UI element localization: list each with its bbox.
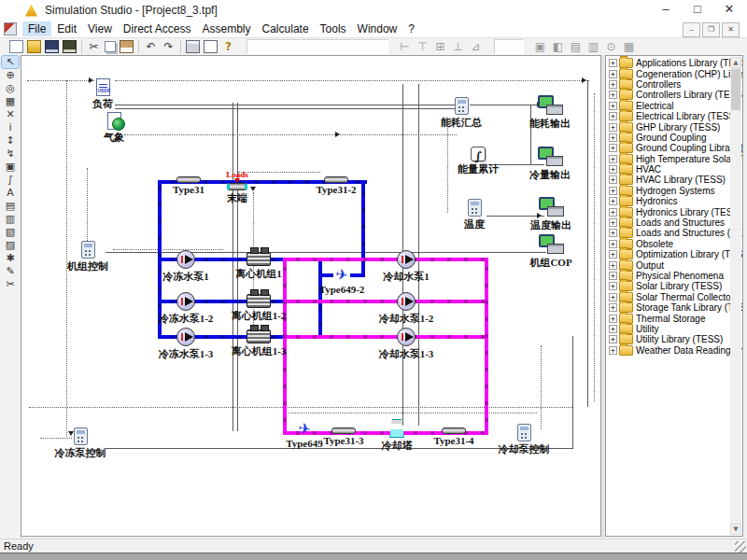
- expand-icon[interactable]: +: [609, 335, 617, 343]
- grid-tool-icon[interactable]: ▦: [2, 95, 19, 107]
- type31-3-icon[interactable]: [331, 427, 356, 434]
- energy-output[interactable]: 能耗输出: [508, 95, 592, 131]
- type31-2[interactable]: Type31-2: [294, 176, 378, 195]
- expand-icon[interactable]: +: [609, 272, 617, 280]
- expand-icon[interactable]: +: [609, 80, 617, 89]
- assembly-canvas[interactable]: 负荷气象Type31Loads末端Type31-2机组控制能耗汇总能耗输出能量累…: [21, 55, 601, 537]
- save-all-icon[interactable]: [63, 40, 77, 53]
- redo-icon[interactable]: ↷: [162, 40, 176, 53]
- chiller-1-icon[interactable]: [247, 252, 271, 266]
- menu-assembly[interactable]: Assembly: [197, 21, 257, 36]
- info-tool-icon[interactable]: i: [2, 121, 19, 133]
- unit-control[interactable]: 机组控制: [46, 241, 130, 273]
- mdi-close-button[interactable]: ✕: [722, 22, 740, 37]
- expand-icon[interactable]: +: [609, 197, 617, 205]
- show-files-icon[interactable]: ▥: [586, 40, 600, 53]
- expand-icon[interactable]: +: [609, 70, 617, 78]
- weather-reader[interactable]: 气象: [72, 112, 156, 145]
- expand-icon[interactable]: +: [609, 250, 617, 259]
- cw-pump-1[interactable]: 冷却水泵1: [364, 250, 448, 284]
- cw-pump-control[interactable]: 冷却泵控制: [482, 424, 566, 456]
- show-info-icon[interactable]: ◧: [551, 40, 565, 53]
- wire-segment[interactable]: [541, 345, 542, 429]
- expand-icon[interactable]: +: [609, 187, 617, 195]
- tree-scrollbar[interactable]: ▲ ▼: [730, 57, 741, 535]
- delete-tool-icon[interactable]: ✕: [2, 108, 19, 120]
- cw-pump-1-icon[interactable]: [397, 250, 416, 269]
- layer-tool-3-icon[interactable]: ▧: [2, 226, 19, 238]
- wire-segment[interactable]: [485, 258, 488, 435]
- temperature-calc[interactable]: 温度: [432, 199, 516, 231]
- load-reader[interactable]: 负荷: [61, 78, 145, 111]
- expand-icon[interactable]: +: [609, 229, 617, 237]
- wire-segment[interactable]: [283, 413, 537, 413]
- expand-icon[interactable]: +: [609, 208, 617, 217]
- wire-segment[interactable]: [29, 407, 572, 408]
- terminal-unit[interactable]: Loads末端: [195, 183, 279, 205]
- undo-icon[interactable]: ↶: [144, 40, 158, 53]
- cut-icon[interactable]: ✂: [87, 40, 101, 53]
- menu-view[interactable]: View: [82, 21, 118, 36]
- expand-icon[interactable]: +: [609, 133, 617, 142]
- pan-tool-icon[interactable]: ⊕: [2, 69, 19, 81]
- mdi-minimize-button[interactable]: –: [683, 22, 700, 37]
- text-tool-icon[interactable]: A: [2, 187, 19, 199]
- menu-calculate[interactable]: Calculate: [257, 21, 315, 36]
- expand-icon[interactable]: +: [609, 175, 617, 184]
- mdi-restore-button[interactable]: ❐: [702, 22, 720, 37]
- menu-edit[interactable]: Edit: [51, 21, 82, 36]
- minimize-button[interactable]: –: [650, 0, 682, 21]
- help-icon[interactable]: ?: [221, 40, 235, 53]
- copy-tool-icon[interactable]: ▣: [2, 161, 19, 173]
- cw-pump-1-2[interactable]: 冷却水泵1-2: [364, 292, 448, 326]
- load-reader-icon[interactable]: [96, 78, 110, 96]
- show-proformas-icon[interactable]: ▣: [533, 40, 547, 53]
- layer-tool-2-icon[interactable]: ▥: [2, 213, 19, 225]
- type31-4-icon[interactable]: [442, 427, 466, 434]
- chiller-1-2-icon[interactable]: [247, 294, 271, 308]
- expand-icon[interactable]: +: [609, 303, 617, 312]
- weather-reader-icon[interactable]: [107, 112, 121, 130]
- move-tool-icon[interactable]: ↕: [2, 134, 19, 147]
- expand-icon[interactable]: +: [609, 102, 617, 110]
- select-tool-icon[interactable]: ↖: [2, 56, 19, 68]
- expand-icon[interactable]: +: [609, 240, 617, 248]
- paste-icon[interactable]: [120, 40, 134, 53]
- expand-icon[interactable]: +: [609, 165, 617, 174]
- resize-grip[interactable]: [735, 541, 746, 553]
- cooling-tower-icon[interactable]: [389, 419, 404, 438]
- cut-tool-icon[interactable]: ✂: [2, 278, 19, 290]
- energy-accumulator-icon[interactable]: [471, 147, 486, 161]
- expand-icon[interactable]: +: [609, 315, 617, 323]
- chw-pump-1[interactable]: 冷冻水泵1: [144, 250, 228, 284]
- link-tool-icon[interactable]: ↯: [2, 147, 19, 160]
- chw-pump-1-icon[interactable]: [176, 250, 195, 269]
- expand-icon[interactable]: +: [609, 261, 617, 270]
- chiller-1-3[interactable]: 离心机组1-3: [217, 325, 301, 358]
- expand-icon[interactable]: +: [609, 144, 617, 152]
- menu-help[interactable]: ?: [402, 21, 420, 36]
- align-table-icon[interactable]: ⊞: [433, 40, 447, 53]
- tree-item-weather-data-reading-and-process[interactable]: +Weather Data Reading and Process: [607, 345, 730, 356]
- settings-tool-icon[interactable]: ✱: [2, 252, 19, 264]
- layer-tool-4-icon[interactable]: ▨: [2, 239, 19, 251]
- maximize-button[interactable]: □: [682, 0, 713, 21]
- copy-icon[interactable]: [105, 41, 116, 52]
- project-icon[interactable]: [4, 22, 17, 35]
- chw-pump-control[interactable]: 冷冻泵控制: [38, 427, 122, 460]
- unit-cop-output[interactable]: 机组COP: [509, 234, 593, 270]
- wire-segment[interactable]: [115, 108, 457, 109]
- expand-icon[interactable]: +: [609, 346, 617, 355]
- cw-pump-1-3-icon[interactable]: [397, 328, 416, 346]
- wire-segment[interactable]: [115, 80, 589, 81]
- new-file-icon[interactable]: [9, 40, 23, 53]
- export-deck-icon[interactable]: ▦: [622, 40, 636, 53]
- cooling-output[interactable]: 冷量输出: [508, 147, 592, 182]
- scroll-up-icon[interactable]: ▲: [730, 57, 741, 68]
- menu-window[interactable]: Window: [352, 21, 403, 36]
- wire-segment[interactable]: [124, 134, 457, 135]
- expand-icon[interactable]: +: [609, 91, 617, 99]
- energy-output-icon[interactable]: [538, 95, 563, 116]
- menu-tools[interactable]: Tools: [315, 21, 352, 36]
- expand-icon[interactable]: +: [609, 282, 617, 290]
